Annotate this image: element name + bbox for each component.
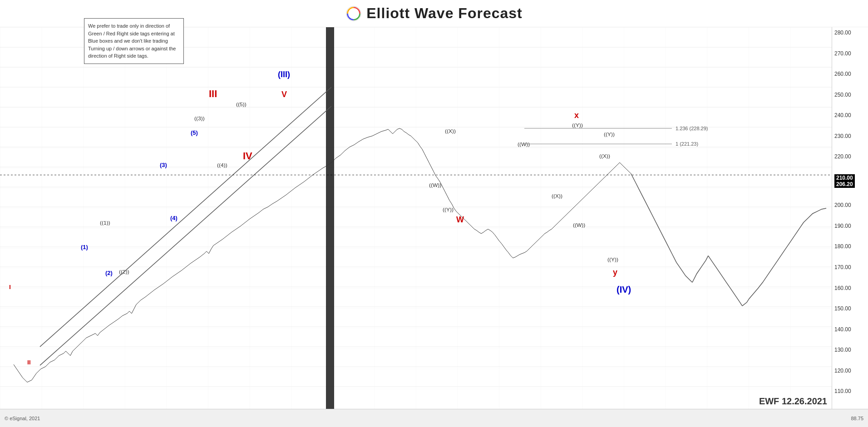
price-axis: 280.00 270.00 260.00 250.00 240.00 230.0… <box>832 27 868 417</box>
main-chart-svg: I II (1) (2) (3) (4) ((1)) ((2)) (5) ((3… <box>0 27 832 409</box>
wave-V-label: V <box>281 90 287 99</box>
wave-3-paren-label: (3) <box>160 162 167 168</box>
wave-WW-right-label: ((W)) <box>518 141 530 147</box>
wave-YY-right-label: ((Y)) <box>572 122 583 128</box>
wave-III-blue-label: (III) <box>278 70 290 79</box>
price-260: 260.00 <box>834 71 851 77</box>
wave-1-paren-label: (1) <box>81 244 88 250</box>
price-current-value: 206.20 <box>836 181 853 187</box>
header-title: Elliott Wave Forecast <box>366 5 522 22</box>
price-220: 220.00 <box>834 153 851 160</box>
price-230: 230.00 <box>834 133 851 139</box>
svg-rect-20 <box>326 27 334 409</box>
wave-XX-far-label: ((X)) <box>599 153 610 160</box>
price-170: 170.00 <box>834 264 851 270</box>
wave-X-label: x <box>574 111 579 120</box>
price-current: 210.00206.20 <box>834 174 855 188</box>
source-label: © eSignal, 2021 <box>5 416 40 421</box>
wave-WW-left-label: ((W)) <box>429 182 441 188</box>
price-130: 130.00 <box>834 347 851 353</box>
wave-I-label: I <box>9 283 11 290</box>
wave-WW-right2-label: ((W)) <box>573 222 585 228</box>
fib-1236-label: 1.236 (228.29) <box>676 126 708 131</box>
svg-point-0 <box>346 6 361 20</box>
price-270: 270.00 <box>834 50 851 57</box>
price-120: 120.00 <box>834 368 851 374</box>
wave-YY-proj-label: ((Y)) <box>607 256 618 263</box>
wave-2-paren-label: (2) <box>105 270 113 276</box>
chart-area: I II (1) (2) (3) (4) ((1)) ((2)) (5) ((3… <box>0 27 832 409</box>
price-160: 160.00 <box>834 285 851 291</box>
ewf-watermark: EWF 12.26.2021 <box>759 396 827 407</box>
wave-IV-blue-label: (IV) <box>616 285 631 294</box>
price-140: 140.00 <box>834 326 851 333</box>
wave-YY-left-label: ((Y)) <box>443 206 454 213</box>
price-240: 240.00 <box>834 112 851 118</box>
wave-II-label: II <box>27 358 31 366</box>
wave-44-dparen-label: ((4)) <box>217 162 227 168</box>
chart-container: Elliott Wave Forecast * CAT, D (Dynamic)… <box>0 0 868 427</box>
price-small: 88.75 <box>851 416 863 421</box>
wave-W-label: W <box>456 215 464 224</box>
wave-5-blue-label: (5) <box>191 129 198 136</box>
svg-rect-1 <box>0 27 832 409</box>
wave-XX-right-label: ((X)) <box>552 193 562 200</box>
wave-33-dparen-label: ((3)) <box>194 115 205 122</box>
fib-1-label: 1 (221.23) <box>676 141 698 147</box>
price-280: 280.00 <box>834 29 851 36</box>
price-250: 250.00 <box>834 92 851 98</box>
wave-IV-label: IV <box>243 151 252 162</box>
wave-y-label: y <box>613 268 617 277</box>
bottom-bar: © eSignal, 2021 88.75 <box>0 409 868 427</box>
price-200: 200.00 <box>834 202 851 208</box>
price-110: 110.00 <box>834 388 851 394</box>
price-190: 190.00 <box>834 223 851 229</box>
info-box: We prefer to trade only in direction of … <box>84 18 184 64</box>
price-180: 180.00 <box>834 243 851 250</box>
wave-4-paren-label: (4) <box>170 215 178 222</box>
wave-XX-label: ((X)) <box>445 128 456 134</box>
wave-III-label: III <box>209 88 217 100</box>
wave-55-dparen-label: ((5)) <box>236 101 247 108</box>
wave-11-dparen-label: ((1)) <box>100 220 110 226</box>
wave-YY-far-label: ((Y)) <box>604 131 615 137</box>
ewf-logo-icon <box>345 5 362 22</box>
price-150: 150.00 <box>834 305 851 312</box>
